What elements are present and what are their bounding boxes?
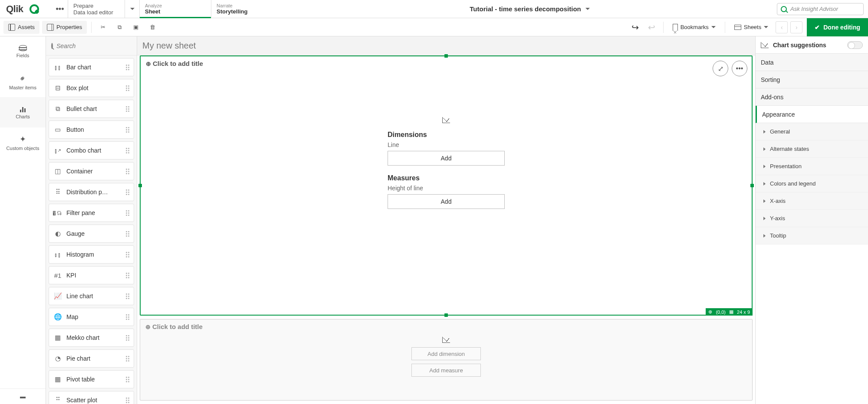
separator	[91, 22, 92, 33]
nav-fields[interactable]: Fields	[0, 36, 46, 67]
assets-toggle[interactable]: Assets	[3, 21, 39, 34]
chart-type-item[interactable]: 📈 Line chart	[49, 287, 134, 305]
visualization-2[interactable]: ⊕ Click to add title Add dimension Add m…	[140, 319, 753, 401]
chart-list: ⫿⫿ Bar chart ⊟ Box plot ⧉ Bullet chart ▭…	[46, 55, 137, 404]
drag-handle-icon[interactable]	[126, 335, 129, 341]
chart-type-item[interactable]: �ធ Filter pane	[49, 204, 134, 222]
nav-prepare[interactable]: Prepare Data load editor	[68, 0, 139, 18]
appearance-subsection[interactable]: Colors and legend	[756, 175, 868, 192]
chart-type-icon: ▦	[53, 375, 62, 383]
drag-handle-icon[interactable]	[126, 85, 129, 91]
add-dimension-button[interactable]: Add dimension	[411, 347, 481, 360]
viz-menu-button[interactable]: •••	[732, 61, 747, 76]
drag-handle-icon[interactable]	[126, 293, 129, 299]
chart-type-item[interactable]: ⊟ Box plot	[49, 79, 134, 97]
nav-charts[interactable]: Charts	[0, 97, 46, 127]
undo-button[interactable]: ↩	[628, 21, 642, 34]
nav-prepare-dropdown[interactable]	[125, 0, 139, 18]
grid-area: ⊕ Click to add title ⤢ ••• Dimensions Li…	[140, 55, 753, 401]
chart-suggestions-toggle[interactable]	[847, 41, 863, 49]
subsection-label: General	[770, 128, 790, 135]
drag-handle-icon[interactable]	[126, 210, 129, 216]
viz2-title-placeholder[interactable]: ⊕ Click to add title	[140, 319, 752, 334]
nav-variables[interactable]: ▬	[0, 388, 46, 404]
add-measure-button[interactable]: Add measure	[411, 364, 481, 377]
app-menu-button[interactable]: •••	[52, 0, 68, 18]
section-addons[interactable]: Add-ons	[756, 88, 868, 106]
chart-type-label: Pie chart	[66, 355, 90, 362]
resize-handle-left[interactable]	[138, 184, 142, 187]
chart-type-item[interactable]: ◫ Container	[49, 162, 134, 180]
nav-analyze[interactable]: Analyze Sheet	[139, 0, 211, 18]
fullscreen-button[interactable]: ⤢	[713, 61, 728, 76]
app-title[interactable]: Tutorial - time series decomposition	[283, 0, 777, 18]
done-editing-button[interactable]: ✔ Done editing	[807, 18, 868, 36]
prev-sheet-button[interactable]: ‹	[776, 21, 788, 33]
section-sorting[interactable]: Sorting	[756, 71, 868, 88]
redo-button[interactable]: ↩	[645, 21, 659, 34]
bookmarks-button[interactable]: Bookmarks	[668, 21, 720, 34]
chart-type-item[interactable]: ▦ Mekko chart	[49, 329, 134, 347]
appearance-subsection[interactable]: Alternate states	[756, 140, 868, 158]
chart-type-item[interactable]: ⫾⫿ Histogram	[49, 245, 134, 264]
nav-narrate[interactable]: Narrate Storytelling	[211, 0, 283, 18]
cut-button[interactable]: ✂	[96, 21, 110, 34]
chart-type-item[interactable]: ⧉ Bullet chart	[49, 100, 134, 118]
nav-custom-objects[interactable]: ✦ Custom objects	[0, 127, 46, 158]
chart-type-item[interactable]: 🌐 Map	[49, 308, 134, 326]
chart-type-item[interactable]: ◐ Gauge	[49, 225, 134, 243]
next-sheet-button[interactable]: ›	[790, 21, 802, 33]
target-icon: ⊕	[708, 309, 712, 315]
drag-handle-icon[interactable]	[126, 252, 129, 257]
ask-insight-input[interactable]: Ask Insight Advisor	[777, 3, 864, 15]
drag-handle-icon[interactable]	[126, 273, 129, 278]
visualization-1[interactable]: ⊕ Click to add title ⤢ ••• Dimensions Li…	[140, 55, 753, 316]
drag-handle-icon[interactable]	[126, 106, 129, 112]
add-dimension-button[interactable]: Add	[388, 151, 505, 166]
sheets-button[interactable]: Sheets	[730, 21, 773, 34]
chart-type-label: Button	[66, 126, 84, 133]
resize-handle-right[interactable]	[750, 184, 754, 187]
sheet-title[interactable]: My new sheet	[137, 36, 755, 55]
drag-handle-icon[interactable]	[126, 377, 129, 382]
chart-type-item[interactable]: ◔ Pie chart	[49, 349, 134, 368]
appearance-subsection[interactable]: Presentation	[756, 158, 868, 175]
nav-master-items[interactable]: ⚭ Master items	[0, 67, 46, 97]
chart-search-input[interactable]	[56, 42, 133, 49]
section-data[interactable]: Data	[756, 54, 868, 71]
appearance-subsection[interactable]: Y-axis	[756, 210, 868, 227]
drag-handle-icon[interactable]	[126, 356, 129, 362]
chart-type-item[interactable]: ▭ Button	[49, 121, 134, 139]
delete-button[interactable]: 🗑	[145, 21, 159, 34]
position-badge: ⊕ (0,0) ▦ 24 x 9	[706, 308, 753, 316]
drag-handle-icon[interactable]	[126, 127, 129, 133]
section-appearance[interactable]: Appearance	[756, 106, 868, 123]
brand-q-icon	[30, 4, 39, 14]
drag-handle-icon[interactable]	[126, 65, 129, 70]
drag-handle-icon[interactable]	[126, 169, 129, 174]
appearance-subsection[interactable]: X-axis	[756, 192, 868, 210]
properties-label: Properties	[56, 24, 82, 30]
drag-handle-icon[interactable]	[126, 148, 129, 153]
database-icon	[19, 45, 27, 51]
appearance-subsection[interactable]: General	[756, 123, 868, 140]
viz1-title-placeholder[interactable]: ⊕ Click to add title	[141, 56, 752, 71]
done-label: Done editing	[823, 24, 860, 31]
drag-handle-icon[interactable]	[126, 314, 129, 320]
chart-type-item[interactable]: ⫿⫿ Bar chart	[49, 58, 134, 76]
drag-handle-icon[interactable]	[126, 189, 129, 195]
chart-type-item[interactable]: ⫿↗ Combo chart	[49, 141, 134, 160]
paste-button[interactable]: ▣	[129, 21, 143, 34]
chart-type-item[interactable]: ⠿ Distribution p…	[49, 183, 134, 201]
drag-handle-icon[interactable]	[126, 231, 129, 237]
resize-handle-bottom[interactable]	[444, 313, 448, 317]
copy-button[interactable]: ⧉	[112, 21, 126, 34]
chart-type-item[interactable]: ▦ Pivot table	[49, 370, 134, 388]
chart-type-item[interactable]: #1 KPI	[49, 266, 134, 284]
chart-type-item[interactable]: ⠛ Scatter plot	[49, 391, 134, 404]
properties-toggle[interactable]: Properties	[42, 21, 87, 34]
add-measure-button[interactable]: Add	[388, 194, 505, 209]
appearance-subsection[interactable]: Tooltip	[756, 227, 868, 244]
drag-handle-icon[interactable]	[126, 397, 129, 403]
resize-handle-top[interactable]	[444, 54, 448, 58]
